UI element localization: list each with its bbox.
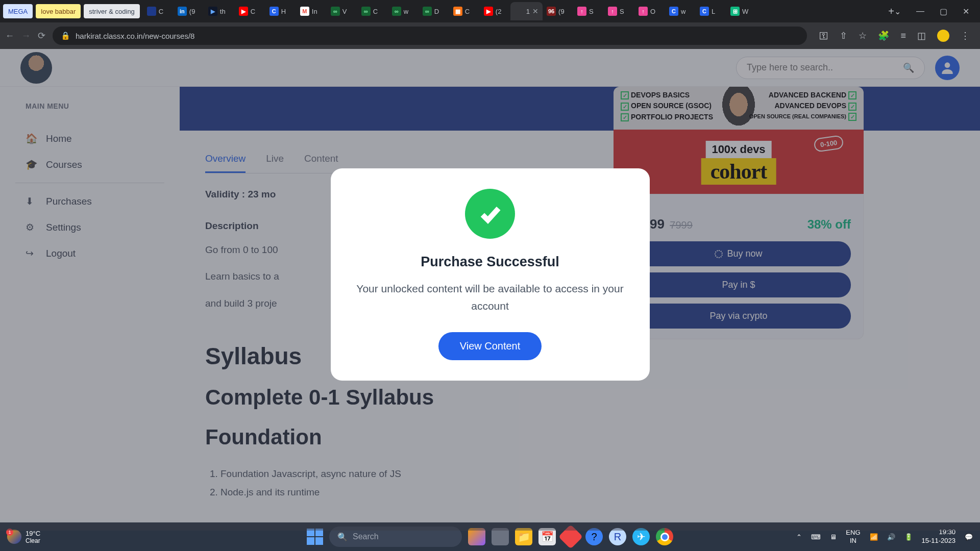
favicon: 96: [547, 7, 556, 16]
favicon: C: [700, 7, 709, 16]
favicon: ▶: [484, 7, 493, 16]
weather-cond: Clear: [26, 537, 40, 544]
favicon: ∞: [423, 7, 432, 16]
keyboard-icon[interactable]: ⌨: [811, 533, 821, 541]
back-button[interactable]: ←: [5, 31, 14, 41]
telegram-icon[interactable]: ✈: [632, 528, 650, 545]
page: 🔍 MAIN MENU 🏠Home🎓Courses⬇Purchases⚙Sett…: [0, 49, 980, 531]
tabs-dropdown-icon[interactable]: ⌄: [894, 7, 901, 16]
purchase-success-modal: Purchase Successful Your unlocked conten…: [331, 168, 650, 381]
view-content-button[interactable]: View Content: [438, 332, 542, 360]
favicon: ↑: [577, 7, 586, 16]
weather-widget[interactable]: 1 19°C Clear: [7, 530, 40, 544]
taskbar-search-label: Search: [353, 532, 379, 541]
language-indicator[interactable]: ENGIN: [846, 529, 860, 544]
favicon: C: [270, 7, 279, 16]
browser-tab[interactable]: CH: [265, 2, 296, 20]
reload-button[interactable]: ⟳: [38, 30, 45, 41]
extensions-icon[interactable]: 🧩: [878, 30, 889, 41]
favicon: ▦: [453, 7, 462, 16]
url-actions: ⚿ ⇧ ☆ 🧩 ≡ ◫ ⋮: [814, 30, 975, 42]
favicon: ∞: [361, 7, 371, 16]
lock-icon: 🔒: [61, 31, 70, 40]
search-icon: 🔍: [337, 532, 348, 542]
browser-tab[interactable]: in(9: [174, 2, 204, 20]
bookmark-tab[interactable]: MEGA: [3, 4, 33, 18]
success-check-icon: [465, 189, 515, 239]
favicon: ⊞: [730, 7, 740, 16]
favicon: ▶: [239, 7, 248, 16]
browser-tab[interactable]: ▶th: [204, 2, 235, 20]
minimize-icon[interactable]: —: [916, 7, 924, 16]
bookmark-tab[interactable]: love babbar: [36, 4, 81, 18]
browser-tab[interactable]: Cw: [665, 2, 696, 20]
favicon: [147, 7, 156, 16]
window-controls: ⌄ — ▢ ✕: [894, 7, 977, 16]
browser-tab[interactable]: ∞w: [388, 2, 419, 20]
favicon: M: [300, 7, 309, 16]
favicon: ∞: [392, 7, 401, 16]
bookmark-star-icon[interactable]: ☆: [859, 30, 867, 41]
browser-tab[interactable]: C: [143, 2, 174, 20]
taskbar-right: ⌃ ⌨ 🖥 ENGIN 📶 🔊 🔋 19:3015-11-2023 💬: [796, 528, 973, 545]
browser-tab[interactable]: 1✕: [510, 2, 543, 20]
browser-tab[interactable]: ∞C: [357, 2, 388, 20]
tray-chevron-icon[interactable]: ⌃: [796, 533, 802, 541]
datetime[interactable]: 19:3015-11-2023: [922, 528, 956, 545]
address-bar[interactable]: 🔒 harkirat.classx.co.in/new-courses/8: [53, 27, 807, 45]
taskbar-app-icon[interactable]: R: [609, 528, 626, 545]
volume-icon[interactable]: 🔊: [887, 533, 895, 541]
url-row: ← → ⟳ 🔒 harkirat.classx.co.in/new-course…: [0, 22, 980, 49]
favicon: ∞: [331, 7, 340, 16]
side-panel-icon[interactable]: ◫: [917, 30, 926, 41]
chrome-profile-avatar[interactable]: [937, 30, 949, 42]
browser-tab[interactable]: CL: [696, 2, 726, 20]
favicon: C: [669, 7, 678, 16]
browser-chrome: MEGAlove babbarstriver & coding Cin(9▶th…: [0, 0, 980, 49]
favicon: ▶: [208, 7, 217, 16]
favicon: [514, 7, 524, 16]
browser-tab[interactable]: 96(9: [543, 2, 573, 20]
browser-tab[interactable]: ↑S: [604, 2, 634, 20]
close-window-icon[interactable]: ✕: [963, 7, 969, 16]
url-text: harkirat.classx.co.in/new-courses/8: [76, 32, 194, 40]
favicon: ↑: [639, 7, 648, 16]
taskbar-app-icon[interactable]: [492, 528, 509, 545]
weather-icon: 1: [7, 530, 21, 544]
forward-button[interactable]: →: [21, 31, 31, 41]
favicon: in: [178, 7, 187, 16]
modal-text: Your unlocked content will be available …: [346, 280, 634, 314]
browser-tab[interactable]: ∞D: [419, 2, 449, 20]
browser-tab[interactable]: ▶(2: [480, 2, 510, 20]
browser-tab[interactable]: ↑S: [573, 2, 604, 20]
reading-list-icon[interactable]: ≡: [900, 31, 906, 41]
display-icon[interactable]: 🖥: [830, 533, 837, 541]
bookmark-tab[interactable]: striver & coding: [84, 4, 140, 18]
modal-title: Purchase Successful: [346, 254, 634, 270]
taskbar-app-icon[interactable]: 📅: [538, 528, 556, 545]
modal-overlay[interactable]: Purchase Successful Your unlocked conten…: [0, 49, 980, 531]
new-tab-button[interactable]: +: [888, 6, 894, 17]
start-button[interactable]: [307, 529, 323, 545]
maximize-icon[interactable]: ▢: [940, 7, 947, 16]
key-icon[interactable]: ⚿: [819, 31, 828, 41]
tabs-row: MEGAlove babbarstriver & coding Cin(9▶th…: [0, 0, 980, 22]
taskbar-app-icon[interactable]: [468, 528, 485, 545]
browser-tab[interactable]: ↑O: [634, 2, 665, 20]
browser-tab[interactable]: ▶C: [235, 2, 265, 20]
taskbar-app-icon[interactable]: ?: [585, 528, 603, 545]
battery-icon[interactable]: 🔋: [904, 533, 913, 541]
favicon: ↑: [608, 7, 617, 16]
share-icon[interactable]: ⇧: [840, 30, 847, 41]
chrome-icon[interactable]: [656, 528, 673, 545]
notification-icon[interactable]: 💬: [965, 533, 973, 541]
file-explorer-icon[interactable]: 📁: [515, 528, 532, 545]
browser-tab[interactable]: ⊞W: [726, 2, 757, 20]
close-tab-icon[interactable]: ✕: [532, 7, 538, 15]
browser-tab[interactable]: MIn: [296, 2, 327, 20]
chrome-menu-icon[interactable]: ⋮: [961, 30, 970, 41]
browser-tab[interactable]: ∞V: [327, 2, 357, 20]
wifi-icon[interactable]: 📶: [870, 533, 878, 541]
browser-tab[interactable]: ▦C: [449, 2, 480, 20]
